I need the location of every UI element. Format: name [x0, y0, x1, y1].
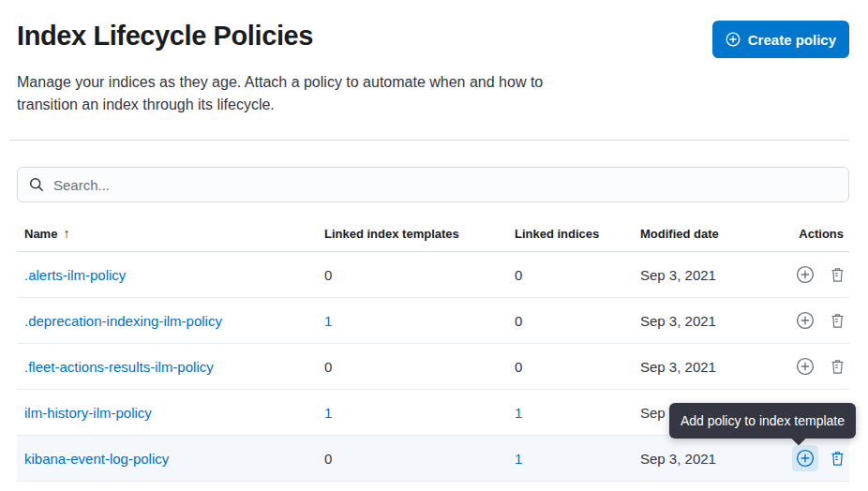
policy-name-link[interactable]: kibana-event-log-policy [17, 451, 324, 467]
row-actions [792, 307, 856, 334]
table-row: kibana-event-log-policy 0 1 Sep 3, 2021 [17, 436, 849, 482]
add-policy-to-template-button[interactable] [792, 261, 818, 288]
create-policy-label: Create policy [748, 32, 836, 48]
search-bar[interactable] [17, 167, 849, 202]
linked-index-templates-count: 0 [324, 267, 515, 283]
page-subtitle: Manage your indices as they age. Attach … [17, 71, 553, 116]
policy-name-link[interactable]: ilm-history-ilm-policy [17, 405, 324, 421]
table-row: .alerts-ilm-policy 0 0 Sep 3, 2021 [17, 252, 849, 298]
policies-table: Name ↑ Linked index templates Linked ind… [17, 226, 849, 482]
add-policy-to-template-button[interactable] [792, 445, 818, 471]
delete-policy-button[interactable] [824, 445, 850, 471]
linked-indices-count: 0 [515, 359, 640, 375]
linked-indices-count-link[interactable]: 1 [515, 451, 640, 467]
column-header-actions: Actions [792, 227, 849, 241]
delete-policy-button[interactable] [824, 353, 850, 379]
modified-date: Sep 3, 2021 [640, 451, 792, 467]
column-header-name-label: Name [24, 227, 57, 241]
linked-index-templates-count-link[interactable]: 1 [324, 313, 515, 329]
add-policy-tooltip: Add policy to index template [669, 403, 856, 439]
header-divider [9, 140, 849, 141]
linked-index-templates-count: 0 [324, 451, 515, 467]
sort-ascending-icon: ↑ [63, 226, 69, 241]
policy-name-link[interactable]: .deprecation-indexing-ilm-policy [17, 313, 324, 329]
linked-indices-count-link[interactable]: 1 [515, 405, 640, 421]
table-row: .fleet-actions-results-ilm-policy 0 0 Se… [17, 344, 849, 390]
page-title: Index Lifecycle Policies [17, 19, 313, 52]
row-actions [792, 445, 856, 471]
column-header-linked-index-templates: Linked index templates [324, 227, 515, 241]
row-actions [792, 261, 856, 288]
linked-indices-count: 0 [515, 313, 640, 329]
column-header-name[interactable]: Name ↑ [17, 226, 324, 241]
table-row: .deprecation-indexing-ilm-policy 1 0 Sep… [17, 298, 849, 344]
column-header-linked-indices: Linked indices [515, 227, 640, 241]
tooltip-text: Add policy to index template [681, 413, 845, 428]
table-header-row: Name ↑ Linked index templates Linked ind… [17, 226, 849, 252]
search-icon [29, 177, 44, 192]
linked-indices-count: 0 [515, 267, 640, 283]
search-input[interactable] [53, 177, 837, 193]
delete-policy-button[interactable] [824, 261, 850, 288]
modified-date: Sep 3, 2021 [640, 267, 792, 283]
plus-circle-icon [726, 32, 741, 47]
linked-index-templates-count-link[interactable]: 1 [324, 405, 515, 421]
linked-index-templates-count: 0 [324, 359, 515, 375]
delete-policy-button[interactable] [824, 307, 850, 334]
policy-name-link[interactable]: .fleet-actions-results-ilm-policy [17, 359, 324, 375]
policy-name-link[interactable]: .alerts-ilm-policy [17, 267, 324, 283]
create-policy-button[interactable]: Create policy [712, 21, 849, 58]
add-policy-to-template-button[interactable] [792, 307, 818, 334]
row-actions [792, 353, 856, 379]
add-policy-to-template-button[interactable] [792, 353, 818, 379]
modified-date: Sep 3, 2021 [640, 359, 792, 375]
column-header-modified-date: Modified date [640, 227, 792, 241]
page-header: Index Lifecycle Policies Create policy [17, 19, 849, 58]
modified-date: Sep 3, 2021 [640, 313, 792, 329]
